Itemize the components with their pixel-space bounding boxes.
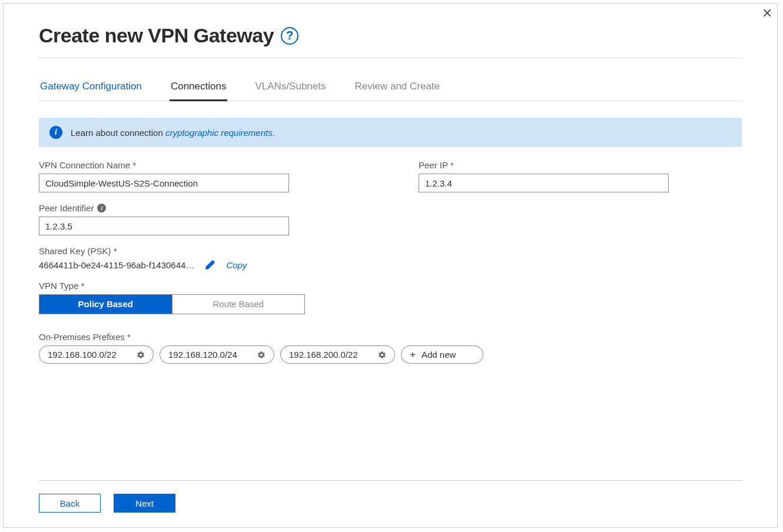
gear-icon[interactable] xyxy=(257,351,266,359)
info-banner: i Learn about connection cryptographic r… xyxy=(39,118,742,147)
vpn-name-input[interactable] xyxy=(39,174,289,192)
prefixes-row: 192.168.100.0/22 192.168.120.0/24 192.16… xyxy=(39,345,742,364)
tab-gateway-configuration[interactable]: Gateway Configuration xyxy=(39,78,143,101)
peer-ip-label: Peer IP * xyxy=(419,160,669,170)
edit-icon[interactable] xyxy=(205,260,215,270)
vpn-type-policy-based[interactable]: Policy Based xyxy=(39,295,172,314)
help-icon[interactable]: ? xyxy=(281,27,298,45)
prefix-chip-value: 192.168.200.0/22 xyxy=(289,350,358,360)
add-prefix-button[interactable]: + Add new xyxy=(401,345,483,364)
banner-prefix: Learn about connection xyxy=(71,128,165,138)
info-banner-text: Learn about connection cryptographic req… xyxy=(71,128,275,138)
peer-ip-input[interactable] xyxy=(419,174,669,192)
psk-label: Shared Key (PSK) * xyxy=(39,246,742,256)
psk-value: 4664411b-0e24-4115-96ab-f1430644… xyxy=(39,260,194,270)
prefix-chip-value: 192.168.120.0/24 xyxy=(168,350,237,360)
vpn-type-label: VPN Type * xyxy=(39,281,742,291)
add-new-label: Add new xyxy=(422,350,456,360)
plus-icon: + xyxy=(410,350,416,360)
gear-icon[interactable] xyxy=(137,351,145,359)
info-icon: i xyxy=(49,126,62,139)
prefix-chip-value: 192.168.100.0/22 xyxy=(48,350,117,360)
copy-button[interactable]: Copy xyxy=(226,260,247,270)
footer: Back Next xyxy=(39,480,742,513)
prefix-chip[interactable]: 192.168.100.0/22 xyxy=(39,345,154,364)
crypto-requirements-link[interactable]: cryptographic requirements xyxy=(165,128,273,138)
tab-connections[interactable]: Connections xyxy=(170,78,228,101)
prefix-chip[interactable]: 192.168.200.0/22 xyxy=(280,345,395,364)
back-button[interactable]: Back xyxy=(39,494,101,513)
vpn-type-toggle: Policy Based Route Based xyxy=(39,294,305,314)
modal: ✕ Create new VPN Gateway ? Gateway Confi… xyxy=(3,3,778,528)
tabs: Gateway Configuration Connections VLANs/… xyxy=(39,78,742,101)
form: VPN Connection Name * Peer IP * Peer Ide… xyxy=(39,160,742,364)
close-icon[interactable]: ✕ xyxy=(762,7,772,20)
prefix-chip[interactable]: 192.168.120.0/24 xyxy=(160,345,274,364)
vpn-name-label: VPN Connection Name * xyxy=(39,160,289,170)
banner-suffix: . xyxy=(273,128,275,138)
page-title: Create new VPN Gateway xyxy=(39,24,274,47)
vpn-type-route-based[interactable]: Route Based xyxy=(172,295,305,314)
next-button[interactable]: Next xyxy=(114,494,175,513)
gear-icon[interactable] xyxy=(378,351,386,359)
prefixes-label: On-Premises Prefixes * xyxy=(39,332,742,342)
peer-id-input[interactable] xyxy=(39,217,289,235)
peer-id-info-icon[interactable]: i xyxy=(97,204,106,212)
tab-review-create[interactable]: Review and Create xyxy=(353,78,441,101)
page-header: Create new VPN Gateway ? xyxy=(39,24,742,58)
tab-vlans-subnets[interactable]: VLANs/Subnets xyxy=(254,78,327,101)
peer-id-label: Peer Identifier xyxy=(39,203,94,213)
